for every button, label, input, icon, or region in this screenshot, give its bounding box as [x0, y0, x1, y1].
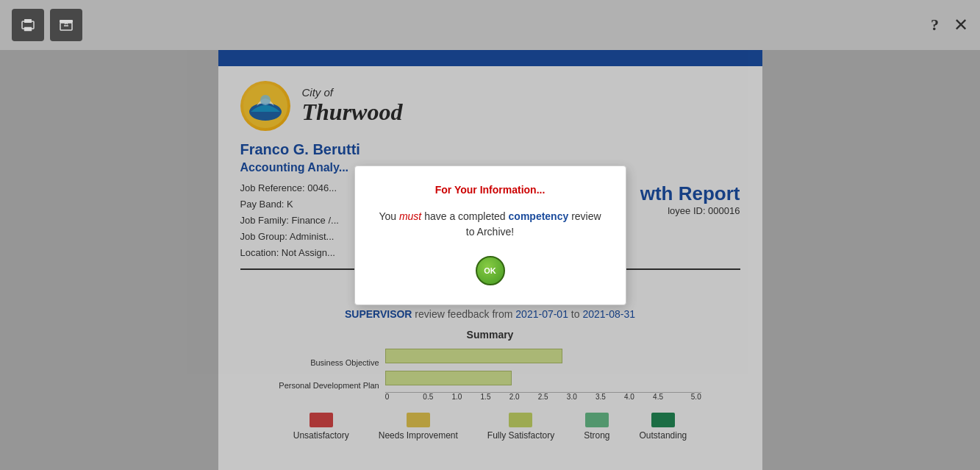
modal-must: must [399, 210, 421, 222]
modal-ok-button[interactable]: OK [476, 256, 505, 285]
modal-overlay: For Your Information... You must have a … [0, 0, 980, 470]
modal-competency: competency [509, 210, 569, 222]
modal-box: For Your Information... You must have a … [354, 165, 626, 305]
modal-message: You must have a completed competency rev… [377, 209, 604, 240]
modal-title: For Your Information... [435, 184, 546, 196]
ok-label: OK [484, 266, 496, 275]
